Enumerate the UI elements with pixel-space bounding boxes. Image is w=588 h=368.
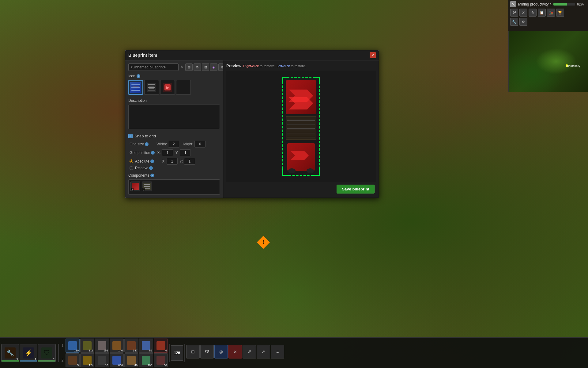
minimap[interactable]: KirkBerkley	[508, 31, 588, 92]
save-blueprint-button[interactable]: Save blueprint	[337, 185, 375, 194]
grid-pos-x-input[interactable]	[162, 149, 173, 156]
hotbar-1-7[interactable]: 6	[154, 339, 168, 353]
dialog-left-panel: ✎ ⊞ ⧉ ⊡ ◈ ⊕ 🗑 Icon i	[125, 60, 223, 198]
slot-icon-1-6	[142, 341, 150, 350]
grid-pos-info-dot[interactable]: i	[151, 151, 155, 155]
icon-slot-3[interactable]: ▶	[160, 80, 175, 95]
blueprint-preview-svg	[280, 74, 322, 178]
hotbar-2-3[interactable]: 10	[95, 353, 109, 367]
hotbar-1-1[interactable]: 119	[66, 339, 80, 353]
coal-overlay	[286, 117, 316, 139]
hotbar-1-3[interactable]: 156	[95, 339, 109, 353]
mining-productivity-row: ⛏ Mining productivity 4 62%	[510, 1, 586, 7]
snap-to-grid-checkbox[interactable]	[128, 134, 133, 138]
grid-btn[interactable]: ⊞	[185, 63, 193, 71]
icon-slot-2[interactable]	[144, 80, 159, 95]
hotbar-2-7[interactable]: 100	[154, 353, 168, 367]
save-button-container: Save blueprint	[226, 182, 376, 195]
relative-info-dot[interactable]: i	[149, 166, 153, 170]
abs-y-input[interactable]	[184, 158, 195, 165]
player-slot-1[interactable]: 🔧 1	[1, 344, 19, 362]
slot-count-2-7: 100	[162, 364, 167, 367]
train-icon-btn[interactable]: 🚂	[547, 9, 555, 17]
bt-icon-7[interactable]: ≡	[271, 345, 284, 358]
cog-icon-btn[interactable]: ⚙	[519, 18, 527, 26]
slot-count-2-2: 124	[89, 364, 93, 367]
components-info-dot[interactable]: i	[150, 174, 154, 177]
slot-count-2-5: 46	[134, 364, 138, 367]
slot-icon-1-5	[127, 341, 136, 350]
dialog-close-button[interactable]: ×	[370, 52, 376, 58]
extra-count-badge[interactable]: 128	[171, 345, 183, 361]
copy-icon-btn[interactable]: 📋	[538, 9, 546, 17]
grid-size-info-dot[interactable]: i	[145, 142, 149, 146]
color-btn[interactable]: ◈	[210, 63, 217, 71]
absolute-info-dot[interactable]: i	[150, 159, 154, 163]
hotbar-2-5[interactable]: 46	[124, 353, 138, 367]
slot-count-1-1: 119	[74, 349, 79, 352]
hotbar-2-1[interactable]: 5	[66, 353, 80, 367]
bt-icon-6[interactable]: ⤢	[257, 345, 270, 358]
trash-icon-btn[interactable]: 🗑	[529, 9, 537, 17]
components-section: Components i 2	[128, 173, 220, 195]
slot-count-2-6: 100	[148, 364, 152, 367]
width-field-group: Width:	[156, 141, 179, 148]
width-input[interactable]	[168, 141, 179, 148]
player-slot-2-fill	[20, 360, 37, 362]
blueprint-grid-btn[interactable]: ⊡	[202, 63, 209, 71]
bt-icon-5[interactable]: ↺	[243, 345, 256, 358]
sword-icon-btn[interactable]: ⚔	[519, 9, 527, 17]
copy-btn[interactable]: ⧉	[194, 63, 201, 71]
blueprint-name-input[interactable]	[128, 63, 179, 71]
relative-label: Relative i	[135, 166, 153, 170]
grid-position-label: Grid position i	[130, 151, 155, 155]
absolute-radio[interactable]	[130, 159, 133, 163]
component-2-icon: 1	[142, 182, 152, 191]
slot-icon-1-1	[68, 341, 77, 350]
description-section-label: Description	[128, 98, 220, 103]
wheel-l	[288, 168, 296, 173]
bt-icon-2[interactable]: 🗺	[200, 345, 214, 358]
player-health-fill	[2, 360, 19, 362]
grid-pos-y-input[interactable]	[180, 149, 191, 156]
wrench-icon-btn[interactable]: 🔧	[510, 18, 518, 26]
hotbar-rows-container: 1 119 111 156 146 147	[60, 339, 168, 367]
slot-icon-2-5	[127, 356, 136, 365]
height-input[interactable]	[194, 141, 205, 148]
icon-slot-4[interactable]	[176, 80, 191, 95]
productivity-bar	[553, 3, 575, 6]
slot-icon-2-6	[142, 356, 150, 365]
icon-info-dot[interactable]: i	[137, 74, 140, 78]
hotbar-1-2[interactable]: 111	[80, 339, 94, 353]
description-textarea[interactable]	[128, 105, 220, 129]
trophy-icon-btn[interactable]: 🏆	[556, 9, 564, 17]
abs-x-input[interactable]	[167, 158, 178, 165]
hotbar-2-6[interactable]: 100	[139, 353, 153, 367]
grid-pos-x-group: X:	[157, 149, 173, 156]
separator-1	[58, 344, 59, 362]
player-slot-3-fill	[38, 360, 55, 362]
bt-icon-3[interactable]: ◎	[214, 345, 228, 358]
hotbar-1-6[interactable]: 89	[139, 339, 153, 353]
player-slot-2[interactable]: ⚡ 1	[20, 344, 37, 362]
player-slot-3[interactable]: 🛡 1	[38, 344, 56, 362]
icon-slot-1[interactable]	[128, 80, 143, 95]
top-toolbar: 🗺 ⚔ 🗑 📋 🚂 🏆	[510, 9, 586, 17]
hotbar-2-4[interactable]: 606	[110, 353, 124, 367]
relative-radio[interactable]	[130, 166, 133, 170]
abs-x-label: X:	[162, 159, 165, 163]
abs-x-group: X:	[162, 158, 178, 165]
bt-icon-1[interactable]: ⊞	[186, 345, 200, 358]
hotbar-1-4[interactable]: 146	[110, 339, 124, 353]
dialog-content: ✎ ⊞ ⧉ ⊡ ◈ ⊕ 🗑 Icon i	[125, 60, 379, 198]
preview-header: Preview Right-click to remove, Left-clic…	[226, 63, 376, 68]
bt-icon-4[interactable]: ✕	[228, 345, 242, 358]
preview-hint-remove: to remove,	[260, 64, 277, 68]
hotbar-2-2[interactable]: 124	[80, 353, 94, 367]
player-health-bar	[2, 360, 19, 362]
preview-hint-restore: to restore.	[291, 64, 306, 68]
hotbar-1-5[interactable]: 147	[124, 339, 138, 353]
slot-icon-1-3	[98, 341, 106, 350]
map-icon-btn[interactable]: 🗺	[510, 9, 518, 17]
top-bar: ⛏ Mining productivity 4 62% 🗺 ⚔ 🗑 📋 🚂 🏆 …	[508, 0, 588, 31]
